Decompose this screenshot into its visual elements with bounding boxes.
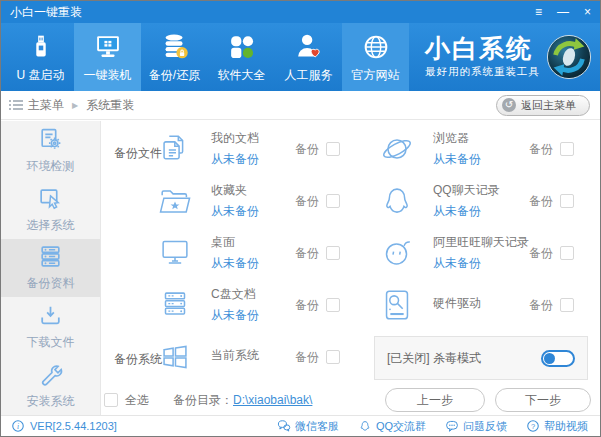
backup-label: 备份 [529,245,553,262]
info-icon: i [11,419,25,433]
backup-label: 备份 [529,141,553,158]
sidebar: 环境检测 选择系统 备份资料 下载文件 [1,121,101,415]
version-label: VER[2.5.44.1203] [30,420,117,432]
qq-icon [358,419,372,433]
prev-step-button[interactable]: 上一步 [385,388,485,412]
backup-item-name: 当前系统 [211,347,259,364]
sidebar-item-select-system[interactable]: 选择系统 [1,180,100,239]
backup-item-wangwang-chat: 阿里旺旺聊天记录 从未备份 备份 [374,227,574,279]
backup-item-name: 阿里旺旺聊天记录 [433,234,529,251]
backup-dir-link[interactable]: D:\xiaobai\bak\ [233,393,312,407]
backup-item-name: 浏览器 [433,130,481,147]
nav-item-usb-boot[interactable]: U 盘启动 [7,23,74,91]
favorites-icon [156,182,194,220]
download-icon [37,302,64,329]
backup-checkbox[interactable] [326,350,340,364]
feedback-link[interactable]: 问题反馈 [445,419,507,434]
backup-status-link[interactable]: 从未备份 [211,307,259,324]
svg-text:?: ? [531,422,535,431]
backup-checkbox[interactable] [326,298,340,312]
backup-label: 备份 [529,193,553,210]
select-all-label: 全选 [125,392,149,409]
backup-status-link[interactable]: 从未备份 [433,151,481,168]
cdrive-icon [156,286,194,324]
header-nav: U 盘启动 一键装机 [1,23,600,91]
nav-item-human-service[interactable]: 人工服务 [275,23,342,91]
backup-checkbox[interactable] [560,246,574,260]
nav-item-official-site[interactable]: 官方网站 [342,23,409,91]
backup-item-favorites: 收藏夹 从未备份 备份 [152,175,340,227]
brand-subtitle: 最好用的系统重装工具 [425,65,540,79]
menu-icon[interactable]: ≡ [535,6,542,18]
nav-label: 软件大全 [218,67,266,84]
antivirus-toggle[interactable] [541,350,575,367]
backup-checkbox[interactable] [326,246,340,260]
backup-checkbox[interactable] [560,298,574,312]
backup-status-link[interactable]: 从未备份 [211,203,259,220]
backup-checkbox[interactable] [326,194,340,208]
titlebar: 小白一键重装 ≡ — × [1,1,600,23]
nav-item-one-key-install[interactable]: 一键装机 [74,23,141,91]
sidebar-item-label: 安装系统 [27,393,75,410]
nav-label: 人工服务 [285,67,333,84]
harddrive-icon [378,286,416,324]
qq-icon [378,182,416,220]
backup-status-link[interactable]: 从未备份 [211,255,259,272]
backup-checkbox[interactable] [560,194,574,208]
window-title: 小白一键重装 [10,4,82,21]
backup-checkbox[interactable] [560,142,574,156]
next-step-button[interactable]: 下一步 [495,388,591,412]
backup-item-desktop: 桌面 从未备份 备份 [152,227,340,279]
backup-items-left-column: 我的文档 从未备份 备份 收藏夹 从未备 [152,123,340,383]
breadcrumb-root[interactable]: 主菜单 [28,97,64,114]
wechat-icon [277,419,291,433]
person-icon [292,30,326,64]
backup-checkbox[interactable] [326,142,340,156]
nav-item-backup-restore[interactable]: 备份/还原 [141,23,208,91]
wangwang-icon [378,234,416,272]
wechat-support-link[interactable]: 微信客服 [277,419,339,434]
backup-item-my-documents: 我的文档 从未备份 备份 [152,123,340,175]
backup-item-current-system: 当前系统 备份 [152,331,340,383]
brand-title: 小白系统 [425,35,540,63]
breadcrumb: 主菜单 ▶ 系统重装 ↺ 返回主菜单 [1,91,600,120]
backup-status-link[interactable]: 从未备份 [433,203,500,220]
backup-item-name: 我的文档 [211,130,259,147]
backup-label: 备份 [529,297,553,314]
backup-dir-label: 备份目录： [173,392,233,409]
backup-label: 备份 [295,141,319,158]
back-to-main-menu-button[interactable]: ↺ 返回主菜单 [496,95,590,116]
database-icon [158,30,192,64]
nav-item-software-collection[interactable]: 软件大全 [208,23,275,91]
breadcrumb-current: 系统重装 [86,97,134,114]
main-panel: 备份文件 备份系统 我的文档 从未备份 备 [102,121,600,415]
close-icon[interactable]: × [584,6,591,18]
nav-label: U 盘启动 [17,67,65,84]
sidebar-item-label: 下载文件 [27,334,75,351]
backup-label: 备份 [295,349,319,366]
sidebar-item-download-files[interactable]: 下载文件 [1,297,100,356]
backup-item-name: 收藏夹 [211,182,259,199]
sidebar-item-label: 备份资料 [27,275,75,292]
sidebar-item-label: 环境检测 [27,158,75,175]
select-all-checkbox[interactable] [104,393,118,407]
backup-item-name: C盘文档 [211,286,259,303]
sidebar-item-backup-data[interactable]: 备份资料 [1,239,100,298]
globe-icon [359,30,393,64]
antivirus-mode-box: [已关闭] 杀毒模式 [374,336,588,380]
backup-status-link[interactable]: 从未备份 [211,151,259,168]
install-icon [37,361,64,388]
backup-status-link[interactable]: 从未备份 [433,255,529,272]
sidebar-item-install-system[interactable]: 安装系统 [1,356,100,415]
feedback-icon [445,419,459,433]
sidebar-item-env-check[interactable]: 环境检测 [1,121,100,180]
footer: i VER[2.5.44.1203] 微信客服 QQ交流群 [1,415,600,436]
help-video-link[interactable]: ? 帮助视频 [526,419,588,434]
documents-icon [156,130,194,168]
antivirus-mode-label: [已关闭] 杀毒模式 [387,350,481,367]
minimize-icon[interactable]: — [557,6,569,18]
window-controls: ≡ — × [535,6,591,18]
breadcrumb-separator-icon: ▶ [72,101,78,110]
browser-icon [378,130,416,168]
qq-group-link[interactable]: QQ交流群 [358,419,426,434]
